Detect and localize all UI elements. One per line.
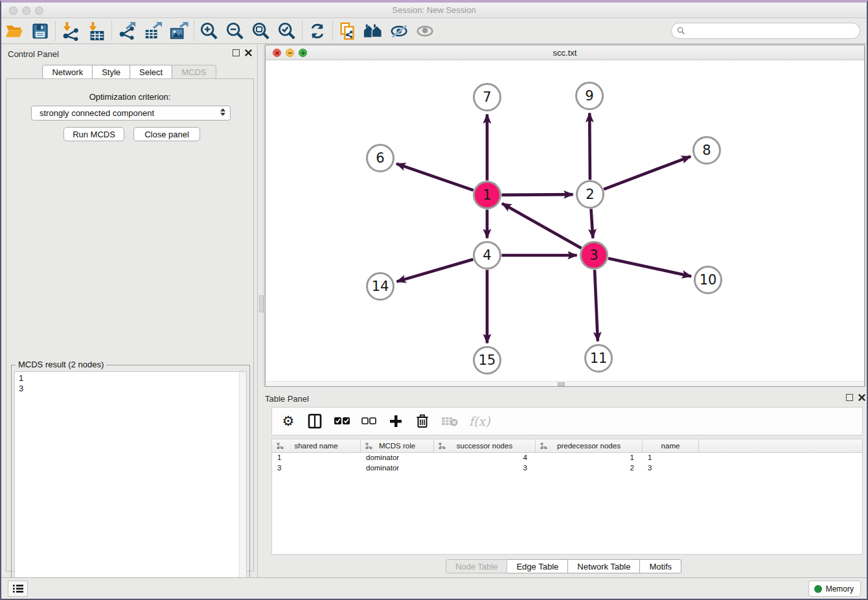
float-panel-icon[interactable]: [846, 394, 853, 401]
cell-successor-nodes[interactable]: 4: [434, 453, 536, 463]
cell-shared-name[interactable]: 1: [272, 453, 361, 463]
delete-table-button[interactable]: [441, 415, 458, 427]
cell-predecessor-nodes[interactable]: 2: [536, 463, 643, 474]
optimization-criterion-value: strongly connected component: [40, 108, 154, 118]
run-mcds-button[interactable]: Run MCDS: [63, 127, 124, 141]
tab-style[interactable]: Style: [93, 65, 130, 79]
import-table-button[interactable]: [84, 20, 109, 42]
export-image-button[interactable]: [166, 20, 192, 42]
column-header-shared-name[interactable]: shared name: [272, 439, 361, 452]
refresh-icon: [308, 22, 326, 40]
task-history-button[interactable]: [8, 581, 28, 597]
cell-shared-name[interactable]: 3: [272, 463, 361, 474]
node-4[interactable]: 4: [474, 242, 501, 269]
column-header-successor-nodes[interactable]: successor nodes: [434, 439, 536, 452]
edge-1-2[interactable]: [501, 194, 573, 195]
node-label-14: 14: [372, 279, 389, 294]
tab-node-table[interactable]: Node Table: [446, 559, 508, 573]
node-label-3: 3: [589, 248, 598, 263]
zoom-selected-button[interactable]: [274, 20, 300, 42]
tab-select[interactable]: Select: [130, 65, 172, 79]
function-builder-button[interactable]: f(x): [469, 414, 490, 428]
create-column-button[interactable]: [388, 415, 404, 428]
plus-icon: [389, 415, 402, 428]
node-7[interactable]: 7: [474, 84, 501, 111]
hide-details-button[interactable]: [387, 20, 413, 42]
network-from-selection-button[interactable]: [335, 20, 361, 42]
cell-name[interactable]: 1: [643, 453, 699, 463]
column-header-predecessor-nodes[interactable]: predecessor nodes: [536, 439, 643, 452]
table-row[interactable]: 1dominator411: [272, 453, 862, 463]
export-network-button[interactable]: [114, 20, 140, 42]
node-6[interactable]: 6: [367, 145, 394, 172]
show-columns-button[interactable]: [307, 413, 323, 429]
node-2[interactable]: 2: [577, 181, 604, 208]
control-panel-title: Control Panel: [8, 49, 59, 59]
edge-1-6[interactable]: [396, 164, 474, 190]
control-panel-titlebar: Control Panel: [1, 45, 257, 63]
cell-name[interactable]: 3: [643, 463, 699, 474]
select-all-columns-button[interactable]: [334, 417, 350, 426]
close-panel-icon[interactable]: [245, 49, 252, 56]
edge-3-1[interactable]: [502, 203, 581, 248]
toolbar-separator: [111, 21, 112, 41]
mcds-result-textarea[interactable]: 1 3: [14, 371, 247, 600]
column-header-mcds-role[interactable]: MCDS role: [361, 439, 434, 452]
edge-3-11[interactable]: [595, 270, 598, 341]
cell-mcds-role[interactable]: dominator: [361, 453, 434, 463]
tab-network-table[interactable]: Network Table: [568, 559, 640, 573]
node-label-4: 4: [483, 248, 491, 263]
export-table-button[interactable]: [140, 20, 166, 42]
delete-column-button[interactable]: [415, 414, 430, 428]
close-panel-button[interactable]: Close panel: [133, 127, 200, 141]
node-8[interactable]: 8: [694, 137, 720, 164]
mcds-result-title: MCDS result (2 nodes): [16, 360, 106, 369]
network-scroll-handle[interactable]: [558, 382, 565, 386]
memory-button[interactable]: Memory: [808, 581, 861, 597]
optimization-criterion-select[interactable]: strongly connected component: [31, 106, 231, 121]
show-details-button[interactable]: [413, 20, 439, 42]
node-1[interactable]: 1: [474, 182, 501, 209]
refresh-layout-button[interactable]: [304, 20, 330, 42]
zoom-fit-button[interactable]: [248, 20, 274, 42]
network-canvas[interactable]: 1234678910111415: [266, 60, 864, 382]
edge-4-14[interactable]: [396, 259, 473, 281]
trash-icon: [416, 414, 429, 428]
zoom-in-button[interactable]: [196, 20, 222, 42]
import-network-button[interactable]: [58, 20, 84, 42]
node-11[interactable]: 11: [586, 345, 612, 372]
tab-edge-table[interactable]: Edge Table: [507, 559, 568, 573]
save-session-button[interactable]: [27, 20, 53, 42]
tab-mcds[interactable]: MCDS: [172, 65, 216, 79]
node-3[interactable]: 3: [581, 242, 608, 269]
node-label-6: 6: [376, 150, 384, 166]
column-header-name[interactable]: name: [643, 439, 699, 452]
tab-motifs[interactable]: Motifs: [640, 559, 681, 573]
table-settings-button[interactable]: ⚙: [280, 415, 296, 428]
select-stepper-icon: [220, 108, 225, 116]
toolbar-separator: [332, 21, 333, 41]
edge-2-9[interactable]: [589, 113, 590, 179]
float-panel-icon[interactable]: [233, 49, 240, 56]
node-15[interactable]: 15: [474, 347, 501, 374]
node-10[interactable]: 10: [695, 267, 722, 294]
edge-2-3[interactable]: [591, 209, 593, 238]
cell-mcds-role[interactable]: dominator: [361, 463, 434, 474]
edge-3-10[interactable]: [608, 259, 691, 277]
table-row[interactable]: 3dominator323: [272, 463, 862, 474]
search-input[interactable]: [671, 23, 860, 39]
mcds-result-scrollbar[interactable]: [239, 372, 246, 600]
tab-network[interactable]: Network: [42, 65, 93, 79]
close-panel-icon[interactable]: [858, 394, 865, 401]
first-neighbors-button[interactable]: [361, 20, 387, 42]
deselect-all-columns-button[interactable]: [361, 417, 377, 425]
zoom-out-button[interactable]: [222, 20, 248, 42]
edge-2-8[interactable]: [604, 156, 691, 189]
cell-successor-nodes[interactable]: 3: [434, 463, 536, 474]
node-14[interactable]: 14: [367, 273, 394, 300]
panel-splitter-handle[interactable]: [259, 295, 264, 312]
cell-predecessor-nodes[interactable]: 1: [536, 453, 643, 463]
open-session-button[interactable]: [1, 20, 27, 42]
node-9[interactable]: 9: [577, 83, 603, 110]
network-window-titlebar[interactable]: scc.txt: [266, 45, 864, 60]
